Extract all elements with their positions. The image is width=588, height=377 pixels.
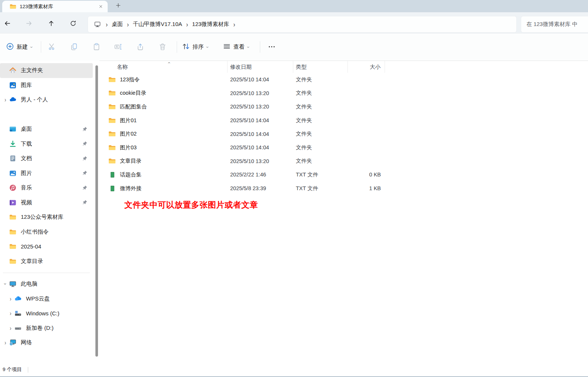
- chevron-right-icon[interactable]: ›: [7, 325, 14, 331]
- chevron-right-icon[interactable]: ›: [127, 20, 129, 28]
- sort-button[interactable]: 排序 ›: [182, 33, 208, 61]
- back-button[interactable]: [1, 17, 14, 30]
- paste-button[interactable]: [89, 39, 104, 54]
- breadcrumb-segment[interactable]: 123微博素材库: [192, 21, 229, 28]
- items-count: 9 个项目: [3, 366, 22, 373]
- txt-file-icon: [108, 172, 116, 178]
- chevron-right-icon[interactable]: ›: [1, 339, 9, 346]
- tab-active[interactable]: 123微博素材库: [2, 1, 108, 12]
- folder-icon: [9, 228, 17, 235]
- chevron-down-icon[interactable]: ›: [3, 280, 8, 288]
- cloud-icon: [14, 295, 23, 302]
- sidebar-item-network[interactable]: ›网络: [0, 335, 93, 350]
- sidebar-item-folder-xiaohongshu[interactable]: ›小红书指令: [0, 225, 93, 240]
- delete-button[interactable]: [155, 39, 170, 54]
- new-button[interactable]: 新建 ›: [6, 33, 32, 61]
- file-type: 文件夹: [293, 103, 348, 110]
- sidebar-item-folder-2025-04[interactable]: ›2025-04: [0, 239, 93, 254]
- sidebar-item-pictures[interactable]: ›图片: [0, 166, 93, 181]
- cut-button[interactable]: [45, 39, 59, 54]
- sidebar-item-downloads[interactable]: ›下载: [0, 137, 93, 152]
- sidebar-item-label: WPS云盘: [26, 295, 93, 302]
- file-row[interactable]: 图片022025/5/10 14:04文件夹: [99, 127, 588, 141]
- chevron-right-icon[interactable]: ›: [233, 20, 235, 28]
- sidebar-item-label: 新加卷 (D:): [26, 325, 93, 332]
- network-icon: [9, 339, 17, 347]
- forward-button[interactable]: [23, 17, 35, 30]
- chevron-right-icon[interactable]: ›: [1, 97, 9, 103]
- close-icon[interactable]: [97, 3, 104, 10]
- chevron-right-icon[interactable]: ›: [7, 310, 14, 317]
- sidebar-item-label: 下载: [21, 140, 82, 147]
- file-name-cell: 图片02: [99, 130, 228, 137]
- copy-button[interactable]: [67, 39, 82, 54]
- toolbar: 新建 › 排序 › 查看 ›: [0, 33, 588, 61]
- sidebar-item-wps-cloud[interactable]: ›WPS云盘: [0, 292, 93, 306]
- file-name-cell: 图片01: [99, 117, 228, 124]
- breadcrumb-segment[interactable]: 千山甲微博V17.10A: [133, 21, 182, 28]
- share-button[interactable]: [133, 39, 148, 54]
- sidebar-item-folder-articles[interactable]: ›文章目录: [0, 254, 93, 269]
- sidebar-item-home[interactable]: ›主文件夹: [0, 63, 93, 78]
- videos-icon: [9, 199, 17, 206]
- file-explorer-window: { "tab_bar": { "active_tab": { "title": …: [0, 0, 588, 377]
- pictures-icon: [9, 169, 17, 177]
- file-date: 2025/5/10 13:20: [228, 90, 293, 96]
- file-row[interactable]: 123指令2025/5/10 14:04文件夹: [99, 73, 588, 87]
- file-row[interactable]: 文章目录2025/5/10 13:20文件夹: [99, 155, 588, 168]
- file-row[interactable]: 图片012025/5/10 14:04文件夹: [99, 114, 588, 127]
- breadcrumb-segment[interactable]: 桌面: [112, 21, 123, 28]
- sidebar-item-folder-123-public[interactable]: ›123公众号素材库: [0, 210, 93, 225]
- chevron-down-icon: ›: [246, 46, 251, 48]
- sidebar-section-gap: [0, 107, 93, 122]
- sidebar-item-documents[interactable]: ›文档: [0, 151, 93, 166]
- sidebar-item-gallery[interactable]: ›图库: [0, 78, 93, 93]
- refresh-button[interactable]: [67, 17, 79, 30]
- new-tab-button[interactable]: [115, 3, 122, 10]
- column-header-name[interactable]: 名称: [99, 61, 228, 73]
- folder-icon: [108, 131, 116, 137]
- sidebar-item-music[interactable]: ›音乐: [0, 181, 93, 195]
- file-row[interactable]: cookie目录2025/5/10 13:20文件夹: [99, 87, 588, 100]
- column-header-date[interactable]: 修改日期: [228, 61, 293, 73]
- onedrive-icon: [9, 96, 17, 104]
- file-name: cookie目录: [120, 90, 146, 97]
- sidebar-item-videos[interactable]: ›视频: [0, 195, 93, 210]
- tab-bar: 123微博素材库: [0, 0, 588, 12]
- file-list-pane: › 名称 修改日期 类型 大小 123指令2025/5/10 14:04文件夹c…: [99, 61, 588, 363]
- more-options-button[interactable]: [264, 39, 279, 54]
- file-name: 话题合集: [120, 171, 141, 178]
- sidebar-item-label: 123公众号素材库: [21, 214, 93, 221]
- file-name: 123指令: [120, 76, 140, 83]
- new-button-label: 新建: [17, 43, 28, 51]
- sidebar-item-drive-d[interactable]: ›新加卷 (D:): [0, 321, 93, 336]
- chevron-right-icon[interactable]: ›: [186, 20, 188, 28]
- navigation-bar: ›桌面›千山甲微博V17.10A›123微博素材库›: [0, 12, 588, 33]
- sidebar-item-label: 主文件夹: [21, 67, 93, 74]
- documents-icon: [9, 155, 17, 162]
- chevron-right-icon[interactable]: ›: [106, 20, 108, 28]
- chevron-right-icon[interactable]: ›: [7, 295, 14, 302]
- file-row[interactable]: 匹配图集合2025/5/10 13:20文件夹: [99, 100, 588, 114]
- file-date: 2025/5/10 14:04: [228, 131, 293, 137]
- search-box[interactable]: [521, 16, 588, 33]
- column-header-size[interactable]: 大小: [348, 61, 385, 73]
- pin-icon: [82, 126, 88, 132]
- search-input[interactable]: [526, 21, 588, 27]
- gallery-icon: [9, 81, 17, 89]
- file-row[interactable]: 话题合集2025/2/22 1:46TXT 文件0 KB: [99, 168, 588, 182]
- rename-button[interactable]: [111, 39, 125, 54]
- sidebar-item-drive-c[interactable]: ›Windows (C:): [0, 306, 93, 321]
- sidebar-section-divider: [0, 269, 93, 277]
- column-header-type[interactable]: 类型: [293, 61, 348, 73]
- up-button[interactable]: [45, 17, 58, 30]
- sidebar-item-onedrive-personal[interactable]: ›男人 - 个人: [0, 92, 93, 107]
- sidebar-scrollbar[interactable]: [95, 65, 98, 357]
- pin-icon: [82, 185, 88, 191]
- file-row[interactable]: 微博外接2025/5/8 23:39TXT 文件1 KB: [99, 182, 588, 195]
- file-row[interactable]: 图片032025/5/10 14:04文件夹: [99, 141, 588, 155]
- view-button[interactable]: 查看 ›: [223, 33, 249, 61]
- monitor-icon[interactable]: [94, 21, 101, 28]
- sidebar-item-this-pc[interactable]: ›此电脑: [0, 277, 93, 292]
- sidebar-item-desktop[interactable]: ›桌面: [0, 122, 93, 137]
